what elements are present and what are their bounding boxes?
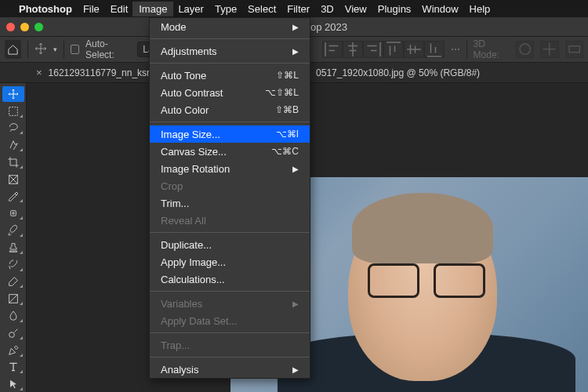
- menubar-window[interactable]: Window: [422, 3, 458, 15]
- history-brush-tool[interactable]: [2, 257, 24, 273]
- align-center-v-button[interactable]: [404, 41, 424, 58]
- menu-item-trap: Trap...: [150, 336, 310, 354]
- document-tab-name-left: 1621293116779_nn_ksn_b: [49, 67, 162, 78]
- menu-item-label: Apply Data Set...: [161, 315, 238, 327]
- menubar-3d[interactable]: 3D: [321, 3, 334, 15]
- window-close-button[interactable]: [6, 23, 15, 31]
- menubar-layer[interactable]: Layer: [178, 3, 204, 15]
- submenu-arrow-icon: ▶: [292, 23, 299, 31]
- image-menu-dropdown: Mode▶Adjustments▶Auto Tone⇧⌘LAuto Contra…: [149, 17, 310, 379]
- heal-tool[interactable]: [2, 205, 24, 221]
- menu-separator: [150, 232, 310, 233]
- menu-item-trim[interactable]: Trim...: [150, 194, 310, 212]
- menu-item-apply-image[interactable]: Apply Image...: [150, 253, 310, 270]
- menu-item-analysis[interactable]: Analysis▶: [150, 361, 310, 378]
- menu-item-auto-color[interactable]: Auto Color⇧⌘B: [150, 101, 310, 118]
- align-right-button[interactable]: [363, 41, 383, 58]
- menubar-app-name[interactable]: Photoshop: [19, 3, 72, 15]
- menu-item-auto-tone[interactable]: Auto Tone⇧⌘L: [150, 67, 310, 84]
- menu-item-duplicate[interactable]: Duplicate...: [150, 236, 310, 253]
- eyedropper-tool[interactable]: [2, 189, 24, 205]
- menu-item-adjustments[interactable]: Adjustments▶: [150, 42, 310, 60]
- align-left-button[interactable]: [322, 41, 343, 58]
- crop-tool[interactable]: [2, 154, 24, 170]
- menubar-filter[interactable]: Filter: [287, 3, 310, 15]
- svg-rect-2: [9, 107, 17, 115]
- menubar-view[interactable]: View: [345, 3, 367, 15]
- menu-item-label: Reveal All: [161, 215, 206, 227]
- svg-point-6: [9, 332, 14, 337]
- tool-preset-chevron-icon[interactable]: ▾: [53, 45, 57, 53]
- frame-tool[interactable]: [2, 172, 24, 187]
- menu-item-mode[interactable]: Mode▶: [150, 18, 310, 35]
- close-tab-icon[interactable]: ×: [36, 67, 42, 78]
- window-minimize-button[interactable]: [20, 23, 29, 31]
- menu-item-calculations[interactable]: Calculations...: [150, 270, 310, 288]
- menu-separator: [150, 122, 310, 122]
- toolbox: [0, 83, 27, 392]
- 3d-mode-label: 3D Mode:: [474, 38, 510, 60]
- move-tool-icon: [34, 42, 47, 57]
- separator: [27, 41, 28, 58]
- dodge-tool[interactable]: [2, 325, 24, 341]
- 3d-pan-button[interactable]: [540, 41, 558, 58]
- traffic-lights: [6, 23, 43, 31]
- mac-menubar: Photoshop File Edit Image Layer Type Sel…: [0, 0, 588, 17]
- menubar-help[interactable]: Help: [470, 3, 491, 15]
- window-maximize-button[interactable]: [34, 23, 43, 31]
- menu-item-shortcut: ⌥⇧⌘L: [265, 87, 299, 98]
- 3d-orbit-button[interactable]: [516, 41, 534, 58]
- move-tool[interactable]: [2, 86, 24, 102]
- lasso-tool[interactable]: [2, 121, 24, 136]
- menubar-type[interactable]: Type: [215, 3, 237, 15]
- menu-item-image-size[interactable]: Image Size...⌥⌘I: [150, 125, 310, 143]
- 3d-slide-button[interactable]: [565, 41, 583, 58]
- menu-item-variables: Variables▶: [150, 295, 310, 312]
- menubar-plugins[interactable]: Plugins: [378, 3, 412, 15]
- menu-item-label: Apply Image...: [161, 256, 226, 268]
- menu-separator: [150, 332, 310, 333]
- gradient-tool[interactable]: [2, 291, 24, 307]
- quick-select-tool[interactable]: [2, 137, 24, 153]
- submenu-arrow-icon: ▶: [292, 47, 299, 56]
- menu-item-label: Auto Color: [161, 104, 209, 116]
- menu-item-auto-contrast[interactable]: Auto Contrast⌥⇧⌘L: [150, 84, 310, 101]
- menu-item-crop: Crop: [150, 177, 310, 194]
- separator: [466, 41, 467, 58]
- eraser-tool[interactable]: [2, 274, 24, 290]
- menubar-image[interactable]: Image: [132, 2, 173, 16]
- auto-select-checkbox[interactable]: [71, 45, 79, 54]
- menu-item-label: Duplicate...: [161, 239, 212, 251]
- menu-separator: [150, 291, 310, 292]
- menu-item-label: Calculations...: [161, 274, 225, 285]
- menu-item-shortcut: ⇧⌘L: [276, 70, 299, 81]
- marquee-tool[interactable]: [2, 103, 24, 119]
- pen-tool[interactable]: [2, 343, 24, 358]
- menu-item-label: Variables: [161, 298, 202, 310]
- menubar-file[interactable]: File: [83, 3, 100, 15]
- align-bottom-button[interactable]: [424, 41, 445, 58]
- menu-item-label: Adjustments: [161, 45, 217, 57]
- align-center-h-button[interactable]: [343, 41, 363, 58]
- align-top-button[interactable]: [383, 41, 404, 58]
- submenu-arrow-icon: ▶: [292, 299, 299, 308]
- home-button[interactable]: [5, 40, 21, 59]
- menu-item-label: Mode: [161, 21, 187, 33]
- path-select-tool[interactable]: [2, 376, 24, 392]
- stamp-tool[interactable]: [2, 240, 24, 256]
- menubar-edit[interactable]: Edit: [111, 3, 128, 15]
- brush-tool[interactable]: [2, 223, 24, 238]
- svg-rect-1: [569, 46, 579, 53]
- auto-select-label: Auto-Select:: [85, 38, 131, 60]
- menubar-select[interactable]: Select: [248, 3, 276, 15]
- menu-item-image-rotation[interactable]: Image Rotation▶: [150, 160, 310, 177]
- menu-item-label: Crop: [161, 180, 183, 192]
- menu-item-label: Auto Tone: [161, 70, 206, 82]
- submenu-arrow-icon: ▶: [292, 365, 299, 374]
- menu-item-shortcut: ⇧⌘B: [275, 104, 299, 115]
- type-tool[interactable]: [2, 360, 24, 376]
- blur-tool[interactable]: [2, 308, 24, 324]
- menu-item-label: Trap...: [161, 339, 190, 351]
- more-options-icon[interactable]: ⋯: [451, 44, 460, 55]
- menu-item-canvas-size[interactable]: Canvas Size...⌥⌘C: [150, 143, 310, 160]
